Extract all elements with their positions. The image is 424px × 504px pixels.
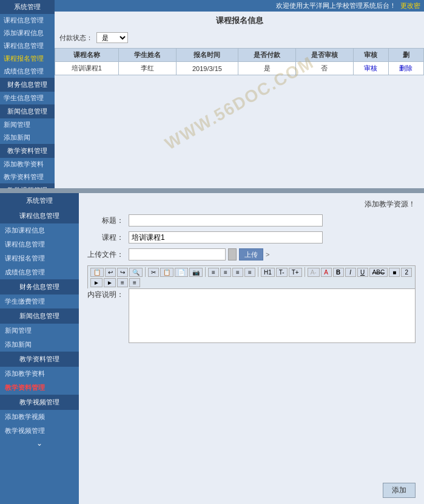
tb-list1[interactable]: ≡ [117, 278, 128, 287]
sidebar-item-add-video-bottom[interactable]: 添加教学视频 [0, 410, 79, 424]
page-title-bottom: 添加教学资源！ [87, 199, 416, 209]
tb-play2[interactable]: ► [104, 278, 116, 287]
tb-play1[interactable]: ► [90, 278, 103, 287]
sidebar-item-material-manage-top[interactable]: 教学资料管理 [0, 171, 55, 183]
sidebar-section-video-bottom[interactable]: 教学视频管理 [0, 395, 79, 410]
tb-text-smaller[interactable]: T- [276, 268, 288, 277]
scroll-down-bottom[interactable]: ⌄ [0, 438, 79, 449]
upload-path-input[interactable] [129, 248, 226, 261]
tb-sep3 [258, 267, 258, 277]
cell-is-reviewed: 否 [296, 62, 354, 75]
content-area [129, 288, 416, 343]
sidebar-item-fee-bottom[interactable]: 学生缴费管理 [0, 295, 79, 308]
sidebar-section-system-bottom[interactable]: 系统管理 [0, 193, 79, 208]
sidebar-item-add-course-bottom[interactable]: 添加课程信息 [0, 223, 79, 237]
submit-button[interactable]: 添加 [383, 483, 416, 498]
sidebar-section-news-bottom[interactable]: 新闻信息管理 [0, 308, 79, 324]
welcome-text: 欢迎使用太平洋网上学校管理系统后台！ [276, 2, 396, 9]
tb-text-larger[interactable]: T+ [289, 268, 302, 277]
registrations-table: 课程名称 学生姓名 报名时间 是否付款 是否审核 审核 删 培训课程1 李红 2… [55, 48, 424, 75]
sidebar-section-news-top[interactable]: 新闻信息管理 [0, 104, 55, 118]
tb-block[interactable]: ■ [389, 268, 400, 277]
tb-find[interactable]: 🔍 [129, 268, 143, 277]
cell-student-name: 李红 [118, 62, 176, 75]
sidebar-item-course-info-top[interactable]: 课程信息管理 [0, 14, 55, 27]
tb-image[interactable]: 📷 [189, 268, 203, 277]
editor-toolbar: 📋 ↩ ↪ 🔍 ✂ 📋 📄 📷 ≡ ≡ ≡ ≡ H1 T- T+ A- [87, 265, 416, 288]
sidebar-item-add-material-top[interactable]: 添加教学资料 [0, 158, 55, 171]
sidebar-item-add-course-top[interactable]: 添加课程信息 [0, 27, 55, 39]
sidebar-item-news-top[interactable]: 新闻管理 [0, 118, 55, 131]
tb-align-center[interactable]: ≡ [220, 268, 231, 277]
sidebar-section-video-top[interactable]: 教学视频管理 [0, 183, 55, 188]
sidebar-section-material-bottom[interactable]: 教学资料管理 [0, 352, 79, 367]
upload-button[interactable]: 上传 [239, 248, 263, 261]
tb-list2[interactable]: ≡ [129, 278, 140, 287]
change-password-link[interactable]: 更改密 [400, 2, 420, 9]
sidebar-item-material-manage-bottom[interactable]: 教学资料管理 [0, 381, 79, 395]
sidebar-item-add-material-bottom[interactable]: 添加教学资料 [0, 367, 79, 381]
sidebar-section-material-top[interactable]: 教学资料管理 [0, 144, 55, 158]
tb-font-color[interactable]: A [321, 268, 332, 277]
tb-bold[interactable]: B [333, 268, 344, 277]
sidebar-section-system-top[interactable]: 系统管理 [0, 0, 55, 14]
tb-paste[interactable]: 📋 [160, 268, 173, 277]
tb-h1[interactable]: H1 [261, 268, 275, 277]
tb-undo[interactable]: ↩ [105, 268, 116, 277]
tb-num2[interactable]: 2 [401, 268, 412, 277]
sidebar-top: 系统管理 课程信息管理 添加课程信息 课程信息管理 课程报名管理 成绩信息管理 … [0, 0, 55, 188]
content-label: 内容说明： [87, 288, 124, 300]
cell-is-paid: 是 [238, 62, 296, 75]
sidebar-item-course-manage-top[interactable]: 课程信息管理 [0, 39, 55, 52]
col-is-paid: 是否付款 [238, 49, 296, 62]
sidebar-item-video-manage-bottom[interactable]: 教学视频管理 [0, 424, 79, 438]
filter-select[interactable]: 是否全部 [96, 32, 128, 43]
sidebar-section-finance-bottom[interactable]: 财务信息管理 [0, 279, 79, 295]
col-course-name: 课程名称 [55, 49, 119, 62]
tb-copy[interactable]: 📋 [90, 268, 104, 277]
course-input[interactable] [129, 231, 323, 243]
sidebar-section-finance-top[interactable]: 财务信息管理 [0, 78, 55, 92]
sidebar-item-add-news-bottom[interactable]: 添加新闻 [0, 338, 79, 352]
tb-sep1 [145, 267, 146, 277]
tb-font-color-off[interactable]: A- [308, 268, 320, 277]
tb-align-justify[interactable]: ≡ [244, 268, 255, 277]
main-content-top: 欢迎使用太平洋网上学校管理系统后台！ 更改密 课程报名信息 付款状态： 是否全部… [55, 0, 424, 188]
upload-label: 上传文件： [87, 250, 124, 260]
sidebar-item-add-news-top[interactable]: 添加新闻 [0, 131, 55, 144]
col-delete: 删 [388, 49, 423, 62]
sidebar-item-score-bottom[interactable]: 成绩信息管理 [0, 265, 79, 279]
main-content-bottom: 添加教学资源！ 标题： 课程： 上传文件： 上传 > [79, 193, 424, 504]
form-area: 标题： 课程： 上传文件： 上传 > 📋 ↩ [87, 214, 416, 479]
tb-align-right[interactable]: ≡ [232, 268, 243, 277]
table-header-row: 课程名称 学生姓名 报名时间 是否付款 是否审核 审核 删 [55, 49, 424, 62]
sidebar-item-news-bottom[interactable]: 新闻管理 [0, 324, 79, 338]
sidebar-item-score-top[interactable]: 成绩信息管理 [0, 65, 55, 78]
course-row: 课程： [87, 231, 416, 243]
tb-cut[interactable]: ✂ [148, 268, 159, 277]
col-review: 审核 [353, 49, 388, 62]
editor-area[interactable] [129, 288, 416, 343]
tb-pastetext[interactable]: 📄 [175, 268, 188, 277]
col-register-time: 报名时间 [176, 49, 238, 62]
cell-delete-action[interactable]: 删除 [388, 62, 423, 75]
sidebar-item-student-top[interactable]: 学生信息管理 [0, 92, 55, 104]
tb-sep4 [305, 267, 305, 277]
tb-underline[interactable]: U [357, 268, 368, 277]
sidebar-item-course-register-top[interactable]: 课程报名管理 [0, 52, 55, 65]
browse-button[interactable] [228, 248, 237, 261]
tb-redo[interactable]: ↪ [117, 268, 128, 277]
title-input[interactable] [129, 214, 323, 226]
course-label: 课程： [87, 233, 124, 243]
cell-review-action[interactable]: 审核 [353, 62, 388, 75]
col-student-name: 学生姓名 [118, 49, 176, 62]
tb-italic[interactable]: I [345, 268, 356, 277]
sidebar-section-course-bottom[interactable]: 课程信息管理 [0, 208, 79, 223]
sidebar-item-course-register-bottom[interactable]: 课程报名管理 [0, 251, 79, 265]
tb-sep2 [205, 267, 206, 277]
upload-controls: 上传 > [129, 248, 269, 261]
tb-align-left[interactable]: ≡ [208, 268, 219, 277]
sidebar-item-course-manage-bottom[interactable]: 课程信息管理 [0, 237, 79, 251]
col-is-reviewed: 是否审核 [296, 49, 354, 62]
tb-strikethrough[interactable]: ABC [369, 268, 388, 277]
